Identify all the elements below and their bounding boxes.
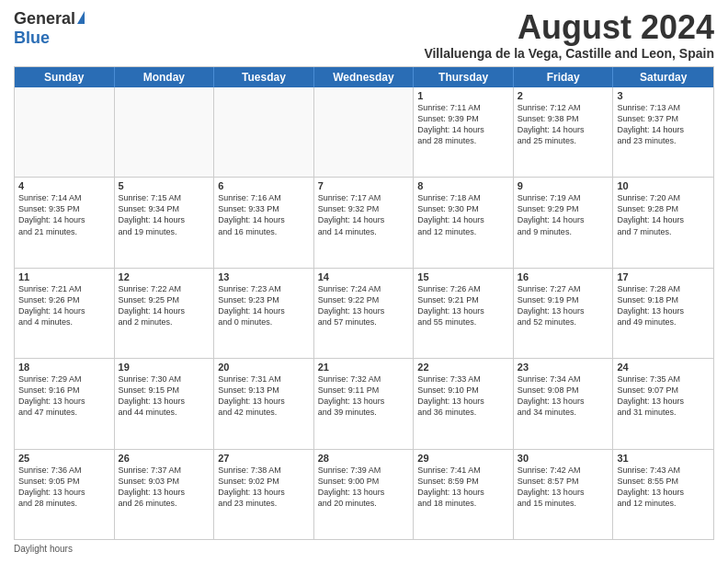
calendar-body: 1Sunrise: 7:11 AM Sunset: 9:39 PM Daylig… [15,87,713,539]
calendar-cell: 17Sunrise: 7:28 AM Sunset: 9:18 PM Dayli… [613,269,713,358]
day-info: Sunrise: 7:34 AM Sunset: 9:08 PM Dayligh… [518,373,609,419]
calendar-cell: 22Sunrise: 7:33 AM Sunset: 9:10 PM Dayli… [414,359,514,448]
calendar-cell: 23Sunrise: 7:34 AM Sunset: 9:08 PM Dayli… [514,359,614,448]
calendar-row: 1Sunrise: 7:11 AM Sunset: 9:39 PM Daylig… [15,87,713,178]
day-number: 6 [218,180,310,191]
day-info: Sunrise: 7:24 AM Sunset: 9:22 PM Dayligh… [318,283,410,328]
day-info: Sunrise: 7:22 AM Sunset: 9:25 PM Dayligh… [119,283,210,328]
weekday-header: Wednesday [314,67,415,87]
day-number: 30 [518,453,609,464]
calendar-cell [15,87,115,177]
title-section: August 2024 Villaluenga de la Vega, Cast… [424,9,714,61]
day-number: 31 [617,453,710,464]
day-number: 12 [119,271,210,282]
calendar-cell: 7Sunrise: 7:17 AM Sunset: 9:32 PM Daylig… [314,178,415,267]
day-info: Sunrise: 7:11 AM Sunset: 9:39 PM Dayligh… [417,102,509,147]
calendar-cell: 12Sunrise: 7:22 AM Sunset: 9:25 PM Dayli… [115,269,215,358]
calendar-cell [115,87,215,177]
day-number: 14 [318,271,410,282]
calendar-cell: 28Sunrise: 7:39 AM Sunset: 9:00 PM Dayli… [314,450,415,539]
calendar-cell: 26Sunrise: 7:37 AM Sunset: 9:03 PM Dayli… [115,450,215,539]
day-number: 20 [218,362,310,373]
month-title: August 2024 [424,9,714,46]
calendar-cell: 24Sunrise: 7:35 AM Sunset: 9:07 PM Dayli… [613,359,713,448]
day-info: Sunrise: 7:12 AM Sunset: 9:38 PM Dayligh… [518,102,609,147]
day-number: 9 [518,180,609,191]
day-number: 22 [417,362,509,373]
day-number: 23 [518,362,609,373]
day-info: Sunrise: 7:33 AM Sunset: 9:10 PM Dayligh… [417,373,509,419]
day-number: 17 [617,271,710,282]
day-number: 29 [417,453,509,464]
day-number: 7 [318,180,410,191]
calendar-row: 11Sunrise: 7:21 AM Sunset: 9:26 PM Dayli… [15,269,713,359]
day-info: Sunrise: 7:35 AM Sunset: 9:07 PM Dayligh… [617,373,710,419]
day-number: 4 [18,180,110,191]
day-number: 2 [518,90,609,101]
page: General Blue August 2024 Villaluenga de … [0,0,728,563]
weekday-header: Saturday [613,67,713,87]
calendar-cell: 8Sunrise: 7:18 AM Sunset: 9:30 PM Daylig… [414,178,514,267]
day-number: 5 [119,180,210,191]
location-title: Villaluenga de la Vega, Castille and Leo… [424,46,714,61]
weekday-header: Thursday [414,67,514,87]
day-number: 15 [417,271,509,282]
calendar: SundayMondayTuesdayWednesdayThursdayFrid… [14,66,714,540]
calendar-cell [214,87,314,177]
logo-triangle-icon [77,11,85,24]
weekday-header: Sunday [15,67,115,87]
calendar-cell [314,87,415,177]
day-number: 25 [18,453,110,464]
day-info: Sunrise: 7:37 AM Sunset: 9:03 PM Dayligh… [119,465,210,510]
header: General Blue August 2024 Villaluenga de … [14,9,714,61]
day-info: Sunrise: 7:38 AM Sunset: 9:02 PM Dayligh… [218,465,310,510]
day-info: Sunrise: 7:14 AM Sunset: 9:35 PM Dayligh… [18,192,110,237]
day-number: 11 [18,271,110,282]
day-number: 18 [18,362,110,373]
day-info: Sunrise: 7:36 AM Sunset: 9:05 PM Dayligh… [18,465,110,510]
calendar-cell: 27Sunrise: 7:38 AM Sunset: 9:02 PM Dayli… [214,450,314,539]
day-info: Sunrise: 7:42 AM Sunset: 8:57 PM Dayligh… [518,465,609,510]
calendar-cell: 30Sunrise: 7:42 AM Sunset: 8:57 PM Dayli… [514,450,614,539]
day-info: Sunrise: 7:17 AM Sunset: 9:32 PM Dayligh… [318,192,410,237]
day-number: 24 [617,362,710,373]
day-info: Sunrise: 7:15 AM Sunset: 9:34 PM Dayligh… [119,192,210,237]
day-number: 8 [417,180,509,191]
logo-general-text: General [14,9,75,29]
calendar-cell: 13Sunrise: 7:23 AM Sunset: 9:23 PM Dayli… [214,269,314,358]
calendar-cell: 25Sunrise: 7:36 AM Sunset: 9:05 PM Dayli… [15,450,115,539]
day-info: Sunrise: 7:39 AM Sunset: 9:00 PM Dayligh… [318,465,410,510]
day-info: Sunrise: 7:26 AM Sunset: 9:21 PM Dayligh… [417,283,509,328]
calendar-cell: 5Sunrise: 7:15 AM Sunset: 9:34 PM Daylig… [115,178,215,267]
day-info: Sunrise: 7:20 AM Sunset: 9:28 PM Dayligh… [617,192,710,237]
day-info: Sunrise: 7:29 AM Sunset: 9:16 PM Dayligh… [18,373,110,419]
calendar-cell: 20Sunrise: 7:31 AM Sunset: 9:13 PM Dayli… [214,359,314,448]
calendar-cell: 19Sunrise: 7:30 AM Sunset: 9:15 PM Dayli… [115,359,215,448]
day-info: Sunrise: 7:19 AM Sunset: 9:29 PM Dayligh… [518,192,609,237]
calendar-cell: 14Sunrise: 7:24 AM Sunset: 9:22 PM Dayli… [314,269,415,358]
day-info: Sunrise: 7:18 AM Sunset: 9:30 PM Dayligh… [417,192,509,237]
day-info: Sunrise: 7:21 AM Sunset: 9:26 PM Dayligh… [18,283,110,328]
logo: General Blue [14,9,85,48]
calendar-cell: 9Sunrise: 7:19 AM Sunset: 9:29 PM Daylig… [514,178,614,267]
logo-blue-text: Blue [14,29,50,48]
day-number: 28 [318,453,410,464]
calendar-cell: 15Sunrise: 7:26 AM Sunset: 9:21 PM Dayli… [414,269,514,358]
day-info: Sunrise: 7:16 AM Sunset: 9:33 PM Dayligh… [218,192,310,237]
day-number: 13 [218,271,310,282]
day-number: 3 [617,90,710,101]
calendar-cell: 18Sunrise: 7:29 AM Sunset: 9:16 PM Dayli… [15,359,115,448]
calendar-cell: 3Sunrise: 7:13 AM Sunset: 9:37 PM Daylig… [613,87,713,177]
calendar-cell: 2Sunrise: 7:12 AM Sunset: 9:38 PM Daylig… [514,87,614,177]
day-info: Sunrise: 7:27 AM Sunset: 9:19 PM Dayligh… [518,283,609,328]
day-number: 10 [617,180,710,191]
weekday-header: Monday [115,67,215,87]
calendar-cell: 10Sunrise: 7:20 AM Sunset: 9:28 PM Dayli… [613,178,713,267]
calendar-cell: 4Sunrise: 7:14 AM Sunset: 9:35 PM Daylig… [15,178,115,267]
day-number: 16 [518,271,609,282]
day-info: Sunrise: 7:13 AM Sunset: 9:37 PM Dayligh… [617,102,710,147]
calendar-cell: 29Sunrise: 7:41 AM Sunset: 8:59 PM Dayli… [414,450,514,539]
calendar-cell: 16Sunrise: 7:27 AM Sunset: 9:19 PM Dayli… [514,269,614,358]
weekday-header: Tuesday [214,67,314,87]
day-info: Sunrise: 7:31 AM Sunset: 9:13 PM Dayligh… [218,373,310,419]
